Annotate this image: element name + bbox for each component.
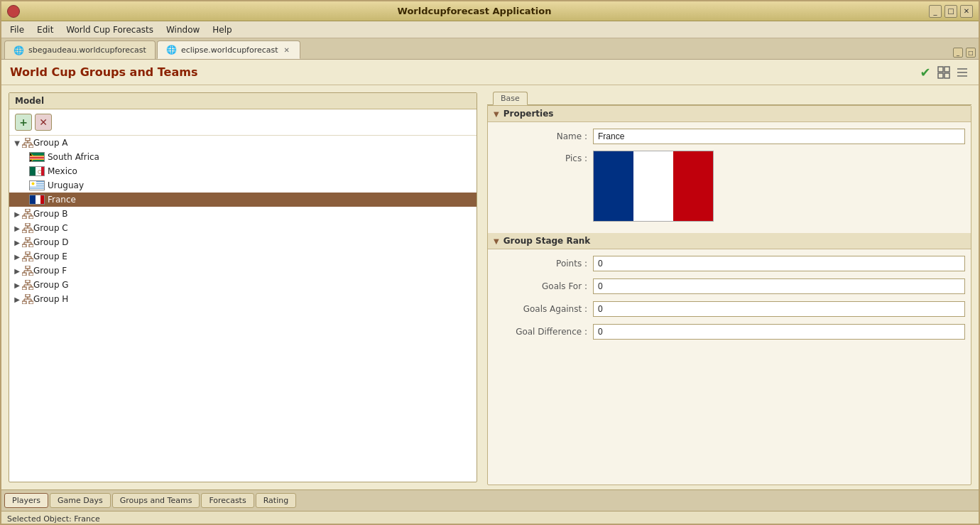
tree-team-france[interactable]: France (9, 193, 477, 207)
group-stage-collapse-arrow[interactable]: ▼ (494, 237, 499, 245)
minimize-button[interactable]: _ (929, 5, 942, 18)
goals-against-label: Goals Against : (494, 304, 593, 314)
menubar: File Edit World Cup Forecasts Window Hel… (1, 21, 979, 38)
main-content: Model + ✕ ▼ (1, 85, 979, 489)
svg-rect-69 (22, 273, 26, 276)
menu-worldcupforecasts[interactable]: World Cup Forecasts (60, 23, 159, 36)
properties-panel: ▼ Properties Name : Pics : (487, 105, 971, 485)
maximize-button[interactable]: □ (944, 5, 957, 18)
svg-rect-64 (26, 266, 30, 269)
pics-container (593, 151, 965, 222)
tree-group-d[interactable]: ▶ Group D (9, 235, 477, 249)
expand-group-h[interactable]: ▶ (12, 294, 22, 304)
tab-groups-and-teams[interactable]: Groups and Teams (112, 493, 200, 508)
flag-white-stripe (633, 151, 673, 221)
svg-point-32 (32, 183, 35, 185)
tab-players[interactable]: Players (4, 493, 48, 508)
goal-diff-input[interactable] (593, 324, 965, 340)
goals-for-input[interactable] (593, 278, 965, 294)
remove-item-button[interactable]: ✕ (35, 114, 52, 131)
svg-rect-34 (36, 195, 40, 205)
tab-bar: 🌐 sbegaudeau.worldcupforecast 🌐 eclipse.… (1, 38, 979, 60)
grid-view-button[interactable] (936, 65, 952, 80)
group-c-icon (22, 223, 33, 233)
tab-icon-sbegaudeau: 🌐 (13, 45, 24, 55)
toolbar-actions: ✔ (918, 65, 970, 80)
expand-group-b[interactable]: ▶ (12, 209, 22, 219)
tab-rating[interactable]: Rating (256, 493, 296, 508)
goals-for-label: Goals For : (494, 281, 593, 291)
svg-rect-33 (30, 195, 36, 205)
svg-rect-36 (26, 209, 30, 212)
points-input[interactable] (593, 256, 965, 271)
mexico-flag-icon (29, 166, 45, 176)
maximize-view-button[interactable]: □ (966, 48, 976, 58)
tab-eclipse[interactable]: 🌐 eclipse.worldcupforecast ✕ (157, 40, 300, 59)
tree-group-b[interactable]: ▶ Group B (9, 207, 477, 221)
expand-group-g[interactable]: ▶ (12, 280, 22, 290)
model-toolbar: + ✕ (9, 109, 477, 136)
expand-group-c[interactable]: ▶ (12, 223, 22, 233)
status-text: Selected Object: France (7, 514, 100, 524)
window-controls[interactable]: _ □ ✕ (929, 5, 973, 18)
name-input[interactable] (593, 129, 965, 144)
group-b-icon (22, 209, 33, 219)
tab-sbegaudeau[interactable]: 🌐 sbegaudeau.worldcupforecast (4, 40, 156, 59)
list-view-button[interactable] (954, 65, 970, 80)
svg-rect-0 (938, 67, 943, 72)
add-item-button[interactable]: + (15, 114, 32, 131)
tree-group-e[interactable]: ▶ Group E (9, 249, 477, 264)
svg-rect-30 (30, 190, 45, 190)
toolbar-row: World Cup Groups and Teams ✔ (1, 60, 979, 85)
menu-file[interactable]: File (4, 23, 30, 36)
group-stage-section-title: Group Stage Rank (503, 236, 591, 246)
expand-group-a[interactable]: ▼ (12, 138, 22, 148)
expand-group-f[interactable]: ▶ (12, 266, 22, 276)
tree-team-uruguay[interactable]: Uruguay (9, 178, 477, 193)
tree-group-c[interactable]: ▶ Group C (9, 221, 477, 235)
tab-label-sbegaudeau: sbegaudeau.worldcupforecast (28, 45, 146, 55)
restore-button[interactable]: _ (953, 48, 963, 58)
tree-team-south-africa[interactable]: South Africa (9, 150, 477, 164)
menu-window[interactable]: Window (160, 23, 205, 36)
tab-forecasts[interactable]: Forecasts (201, 493, 254, 508)
mexico-label: Mexico (48, 166, 77, 176)
points-label: Points : (494, 259, 593, 269)
svg-rect-12 (22, 145, 26, 148)
tree-group-f[interactable]: ▶ Group F (9, 264, 477, 278)
page-title: World Cup Groups and Teams (10, 65, 197, 79)
tab-game-days[interactable]: Game Days (50, 493, 111, 508)
group-c-label: Group C (33, 223, 68, 233)
tree-group-g[interactable]: ▶ Group G (9, 278, 477, 292)
menu-help[interactable]: Help (207, 23, 237, 36)
properties-collapse-arrow[interactable]: ▼ (494, 110, 499, 118)
goal-diff-label: Goal Difference : (494, 327, 593, 337)
flag-red-stripe (673, 151, 713, 221)
tab-close-eclipse[interactable]: ✕ (283, 46, 291, 54)
svg-rect-35 (40, 195, 45, 205)
bottom-tabs: Players Game Days Groups and Teams Forec… (1, 489, 979, 511)
svg-rect-78 (26, 294, 30, 297)
goals-against-input[interactable] (593, 301, 965, 317)
group-h-label: Group H (33, 294, 68, 304)
france-flag-icon (29, 195, 45, 205)
titlebar: Worldcupforecast Application _ □ ✕ (1, 1, 979, 21)
tree-group-h[interactable]: ▶ Group H (9, 292, 477, 306)
base-tab[interactable]: Base (493, 92, 528, 105)
tree-container: ▼ Group A (9, 136, 477, 467)
tree-group-a[interactable]: ▼ Group A (9, 136, 477, 150)
close-button[interactable]: ✕ (960, 5, 973, 18)
list-icon (956, 66, 969, 79)
tree-team-mexico[interactable]: Mexico (9, 164, 477, 178)
svg-rect-71 (26, 280, 30, 283)
goals-for-row: Goals For : (494, 278, 965, 295)
france-label: France (48, 195, 76, 205)
group-stage-grid: Points : Goals For : Goals Against : Goa… (488, 249, 971, 352)
svg-rect-50 (26, 237, 30, 240)
flag-blue-stripe (594, 151, 633, 221)
menu-edit[interactable]: Edit (31, 23, 59, 36)
expand-group-e[interactable]: ▶ (12, 251, 22, 261)
save-button[interactable]: ✔ (918, 65, 933, 80)
expand-group-d[interactable]: ▶ (12, 237, 22, 247)
svg-rect-2 (938, 73, 943, 78)
